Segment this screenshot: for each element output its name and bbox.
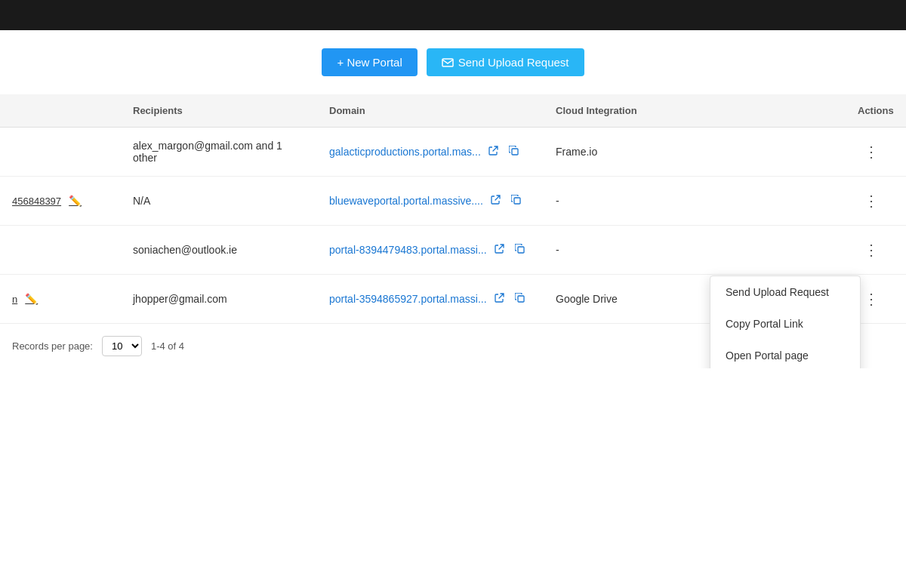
domain-link[interactable]: bluewaveportal.portal.massive.... [329, 195, 483, 207]
table-row: 456848397 ✏️N/A bluewaveportal.portal.ma… [0, 177, 906, 226]
table-row: alex_margon@gmail.com and 1 other galact… [0, 128, 906, 177]
context-menu: Send Upload RequestCopy Portal LinkOpen … [710, 276, 861, 368]
new-portal-button[interactable]: + New Portal [322, 48, 417, 76]
col-header-id [0, 94, 121, 128]
cell-domain: bluewaveportal.portal.massive.... [317, 177, 544, 226]
top-bar [0, 0, 906, 30]
copy-link-button[interactable] [508, 192, 524, 209]
open-link-button[interactable] [492, 242, 507, 258]
col-header-actions: Actions [846, 94, 906, 128]
actions-menu-button[interactable]: ⋮ [858, 287, 885, 311]
domain-link[interactable]: portal-8394479483.portal.massi... [329, 244, 487, 256]
domain-link[interactable]: galacticproductions.portal.mas... [329, 146, 481, 158]
context-menu-item-open-portal-page[interactable]: Open Portal page [710, 340, 860, 368]
cell-sep [789, 128, 846, 177]
cell-cloud: - [544, 177, 789, 226]
cell-domain: galacticproductions.portal.mas... [317, 128, 544, 177]
cell-domain: portal-3594865927.portal.massi... [317, 275, 544, 324]
per-page-select[interactable]: 10 25 50 [102, 336, 142, 356]
send-upload-request-button[interactable]: Send Upload Request [427, 48, 584, 76]
svg-rect-1 [512, 149, 518, 155]
actions-menu-button[interactable]: ⋮ [858, 189, 885, 213]
cell-actions: ⋮ [846, 177, 906, 226]
toolbar: + New Portal Send Upload Request [0, 30, 906, 94]
page-content: + New Portal Send Upload Request Recipie… [0, 30, 906, 368]
col-header-cloud: Cloud Integration [544, 94, 789, 128]
svg-rect-4 [518, 296, 524, 302]
cell-id: 456848397 ✏️ [0, 177, 121, 226]
open-link-button[interactable] [485, 143, 501, 160]
open-link-button[interactable] [492, 291, 507, 307]
open-link-button[interactable] [488, 192, 504, 209]
cell-domain: portal-8394479483.portal.massi... [317, 226, 544, 275]
table-row: soniachen@outlook.ie portal-8394479483.p… [0, 226, 906, 275]
context-menu-item-copy-portal-link[interactable]: Copy Portal Link [710, 308, 860, 340]
copy-link-button[interactable] [512, 291, 528, 307]
cell-recipients: alex_margon@gmail.com and 1 other [121, 128, 317, 177]
records-per-page-label: Records per page: [12, 340, 93, 352]
cell-recipients: soniachen@outlook.ie [121, 226, 317, 275]
cell-sep [789, 177, 846, 226]
cell-id [0, 128, 121, 177]
domain-link[interactable]: portal-3594865927.portal.massi... [329, 293, 487, 305]
cell-sep [789, 226, 846, 275]
actions-menu-button[interactable]: ⋮ [858, 140, 885, 164]
col-header-recipients: Recipients [121, 94, 317, 128]
svg-rect-3 [518, 247, 524, 253]
svg-rect-0 [442, 59, 453, 66]
page-range-label: 1-4 of 4 [151, 340, 184, 352]
cell-id: n ✏️ [0, 275, 121, 324]
mail-icon [442, 57, 454, 69]
edit-icon[interactable]: ✏️ [69, 195, 82, 207]
col-header-sep [789, 94, 846, 128]
cell-cloud: - [544, 226, 789, 275]
copy-link-button[interactable] [506, 143, 522, 160]
cell-recipients: N/A [121, 177, 317, 226]
send-upload-label: Send Upload Request [458, 56, 569, 69]
context-menu-item-send-upload-request[interactable]: Send Upload Request [710, 276, 860, 308]
cell-id [0, 226, 121, 275]
copy-link-button[interactable] [512, 242, 528, 258]
col-header-domain: Domain [317, 94, 544, 128]
edit-icon[interactable]: ✏️ [25, 293, 38, 305]
row-id[interactable]: n ✏️ [12, 293, 109, 305]
cell-recipients: jhopper@gmail.com [121, 275, 317, 324]
cell-cloud: Frame.io [544, 128, 789, 177]
table-wrapper: Recipients Domain Cloud Integration Acti… [0, 94, 906, 368]
svg-rect-2 [514, 198, 520, 204]
actions-menu-button[interactable]: ⋮ [858, 238, 885, 262]
cell-actions: ⋮ [846, 226, 906, 275]
cell-actions: ⋮ [846, 128, 906, 177]
row-id[interactable]: 456848397 ✏️ [12, 195, 109, 207]
